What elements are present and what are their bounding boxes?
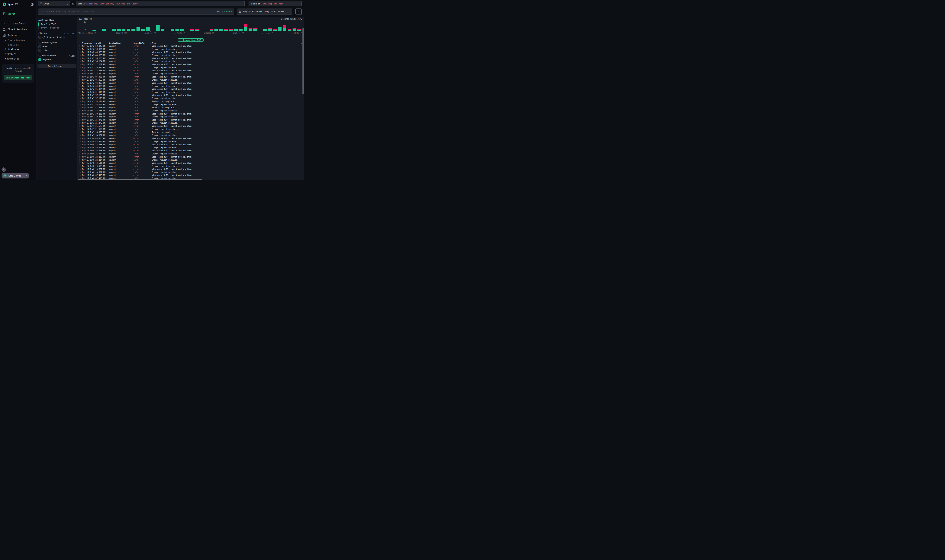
- presets-toggle[interactable]: PRESETS: [0, 43, 36, 47]
- resume-live-tail-button[interactable]: Resume Live Tail: [178, 38, 203, 42]
- log-row[interactable]: May 15 1:42:50.843 PMpaymenterrorVisa ca…: [77, 45, 304, 48]
- log-row[interactable]: May 15 1:42:05.460 PMpaymenterrorVisa ca…: [77, 75, 304, 78]
- histogram-bar[interactable]: [273, 30, 277, 31]
- log-row[interactable]: May 15 1:41:30.275 PMpaymentinfoCharge r…: [77, 115, 304, 118]
- sidebar-item-client-sessions[interactable]: Client Sessions: [0, 26, 36, 32]
- run-query-button[interactable]: ▷: [296, 9, 302, 15]
- histogram-bar[interactable]: [234, 29, 238, 31]
- histogram-bar-error[interactable]: [268, 28, 272, 29]
- log-row[interactable]: May 15 1:42:05.450 PMpaymentinfoCharge r…: [77, 78, 304, 82]
- log-row[interactable]: May 15 1:40:10.601 PMpaymenterrorVisa ca…: [77, 168, 304, 171]
- denoise-results-checkbox-row[interactable]: Denoise Results: [37, 35, 77, 39]
- histogram-bar[interactable]: [224, 30, 228, 31]
- log-row[interactable]: May 15 1:42:36.184 PMpaymentinfoCharge r…: [77, 60, 304, 63]
- histogram-bar-error[interactable]: [283, 25, 287, 28]
- histogram-bar-error[interactable]: [195, 29, 199, 30]
- search-input[interactable]: Search your events w/ Lucene ex. column:…: [38, 9, 234, 15]
- clear-filter-link[interactable]: Clear: [69, 55, 76, 57]
- histogram-bar-error[interactable]: [244, 24, 247, 27]
- events-histogram[interactable]: 12 0 May 15 1:32:00 PM1:33:45 PM1:35:15 …: [77, 17, 304, 34]
- histogram-bar[interactable]: [278, 27, 282, 31]
- log-row[interactable]: May 15 1:41:21.678 PMpaymenterrorVisa ca…: [77, 125, 304, 128]
- log-row[interactable]: May 15 1:41:21.652 PMpaymentinfoCharge r…: [77, 128, 304, 131]
- source-select[interactable]: Logs: [38, 1, 70, 6]
- histogram-bar[interactable]: [126, 29, 130, 31]
- histogram-bar-error[interactable]: [229, 29, 233, 30]
- log-row[interactable]: May 15 1:40:07.413 PMpaymenterrorVisa ca…: [77, 174, 304, 177]
- histogram-bar[interactable]: [283, 28, 287, 31]
- histogram-bar[interactable]: [298, 30, 301, 31]
- log-row[interactable]: May 15 1:42:50.834 PMpaymentinfoCharge r…: [77, 48, 304, 51]
- histogram-bar[interactable]: [248, 29, 252, 31]
- histogram-bar[interactable]: [112, 29, 116, 31]
- sidebar-item-chart-explorer[interactable]: Chart Explorer: [0, 21, 36, 26]
- histogram-bar-error[interactable]: [224, 29, 228, 30]
- histogram-bar[interactable]: [239, 29, 242, 31]
- source-settings-gear-icon[interactable]: ⚙: [71, 1, 75, 6]
- col-resize-handle[interactable]: ⋮: [107, 42, 109, 45]
- log-row[interactable]: May 15 1:42:04.376 PMpaymentinfoCharge r…: [77, 85, 304, 88]
- log-row[interactable]: May 15 1:42:26.920 PMpaymentinfoCharge r…: [77, 66, 304, 69]
- log-row[interactable]: May 15 1:41:14.373 PMpaymentinfoTransact…: [77, 131, 304, 134]
- analysis-mode-event-patterns[interactable]: Event Patterns: [39, 26, 77, 29]
- histogram-bar-error[interactable]: [288, 29, 291, 30]
- more-filters-button[interactable]: More filters: [37, 64, 76, 68]
- log-row[interactable]: May 15 1:42:43.336 PMpaymentinfoCharge r…: [77, 54, 304, 57]
- log-row[interactable]: May 15 1:41:25.373 PMpaymenterrorVisa ca…: [77, 118, 304, 122]
- preset-item-kubernetes[interactable]: Kubernetes: [0, 56, 36, 61]
- checkbox[interactable]: [39, 58, 41, 61]
- histogram-bar-error[interactable]: [293, 28, 296, 29]
- sidebar-collapse-icon[interactable]: [31, 3, 34, 6]
- log-row[interactable]: May 15 1:40:10.597 PMpaymentinfoCharge r…: [77, 171, 304, 174]
- get-started-button[interactable]: Get Started for Free: [4, 75, 32, 80]
- histogram-bar[interactable]: [156, 25, 160, 31]
- create-dashboard-link[interactable]: + Create Dashboard: [0, 38, 36, 43]
- lang-toggle-sql[interactable]: SQL: [217, 11, 221, 13]
- log-row[interactable]: May 15 1:42:36.188 PMpaymenterrorVisa ca…: [77, 57, 304, 60]
- histogram-bar[interactable]: [137, 27, 140, 31]
- log-row[interactable]: May 15 1:40:14.505 PMpaymentinfoCharge r…: [77, 165, 304, 168]
- histogram-bar-error[interactable]: [253, 28, 257, 29]
- filter-option-info[interactable]: info: [37, 48, 77, 52]
- log-row[interactable]: May 15 1:40:38.466 PMpaymenterrorVisa ca…: [77, 143, 304, 146]
- histogram-bar[interactable]: [268, 29, 272, 31]
- log-row[interactable]: May 15 1:41:53.274 PMpaymentinfoTransact…: [77, 100, 304, 103]
- preset-item-services[interactable]: Services: [0, 52, 36, 56]
- histogram-bar-error[interactable]: [278, 27, 282, 27]
- order-by-input[interactable]: ORDER BY TimestampTime DESC: [248, 1, 302, 6]
- sidebar-item-search[interactable]: Search: [0, 11, 36, 17]
- help-button[interactable]: ?: [2, 168, 6, 172]
- histogram-bar[interactable]: [161, 29, 164, 31]
- histogram-bar[interactable]: [146, 27, 150, 31]
- log-row[interactable]: May 15 1:42:01.824 PMpaymenterrorVisa ca…: [77, 88, 304, 91]
- log-row[interactable]: May 15 1:41:25.370 PMpaymentinfoCharge r…: [77, 122, 304, 125]
- sidebar-item-dashboards[interactable]: Dashboards: [0, 32, 36, 38]
- log-row[interactable]: May 15 1:42:27.131 PMpaymenterrorVisa ca…: [77, 63, 304, 66]
- log-row[interactable]: May 15 1:41:14.361 PMpaymentinfoCharge r…: [77, 134, 304, 137]
- log-row[interactable]: May 15 1:42:01.814 PMpaymentinfoCharge r…: [77, 91, 304, 94]
- log-row[interactable]: May 15 1:41:53.260 PMpaymentinfoCharge r…: [77, 103, 304, 106]
- select-clause-input[interactable]: SELECT Timestamp, ServiceName, SeverityT…: [76, 1, 245, 6]
- histogram-bar[interactable]: [176, 29, 179, 31]
- log-row[interactable]: May 15 1:40:14.511 PMpaymenterrorVisa ca…: [77, 162, 304, 165]
- vertical-scrollbar[interactable]: [302, 28, 304, 94]
- clear-all-filters-link[interactable]: Clear all: [64, 32, 76, 35]
- checkbox[interactable]: [39, 45, 41, 48]
- histogram-bar[interactable]: [195, 30, 199, 31]
- histogram-bar[interactable]: [214, 29, 218, 31]
- histogram-bar[interactable]: [229, 30, 233, 31]
- local-mode-button[interactable]: U Local mode: [2, 173, 29, 178]
- analysis-mode-results-table[interactable]: Results Table: [39, 23, 77, 26]
- histogram-bar[interactable]: [263, 29, 267, 31]
- histogram-bar-error[interactable]: [298, 29, 301, 30]
- log-row[interactable]: May 15 1:42:13.055 PMpaymenterrorVisa ca…: [77, 69, 304, 72]
- log-row[interactable]: May 15 1:42:13.019 PMpaymentinfoCharge r…: [77, 72, 304, 75]
- date-range-picker[interactable]: May 15 13:32:00 - May 15 13:43:00: [237, 9, 292, 15]
- log-row[interactable]: May 15 1:40:24.219 PMpaymenterrorVisa ca…: [77, 155, 304, 158]
- log-row[interactable]: May 15 1:41:30.283 PMpaymenterrorVisa ca…: [77, 112, 304, 115]
- log-row[interactable]: May 15 1:40:38.462 PMpaymentinfoCharge r…: [77, 146, 304, 149]
- horizontal-scrollbar[interactable]: [78, 179, 202, 180]
- filter-option-error[interactable]: error: [37, 45, 77, 48]
- histogram-bar[interactable]: [244, 27, 247, 31]
- histogram-bar[interactable]: [293, 29, 296, 31]
